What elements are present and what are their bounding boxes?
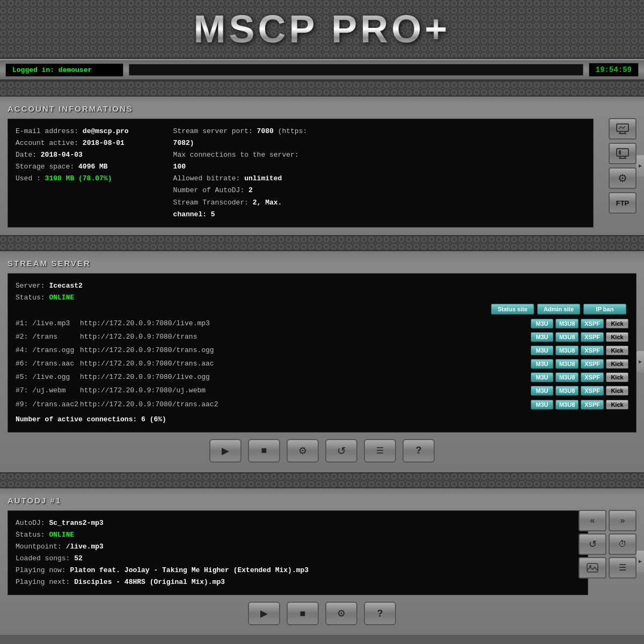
m3u-btn[interactable]: M3U xyxy=(531,372,553,382)
m3u8-btn[interactable]: M3U8 xyxy=(555,359,579,369)
stream-stop-button[interactable]: ■ xyxy=(248,439,280,463)
xspf-btn[interactable]: XSPF xyxy=(581,346,604,355)
m3u8-btn[interactable]: M3U8 xyxy=(555,386,579,396)
kick-btn[interactable]: Kick xyxy=(606,332,628,342)
autodj-count-label: Number of AutoDJ: xyxy=(173,186,248,194)
autodj-refresh-button[interactable]: ↺ xyxy=(579,533,606,555)
autodj-image-button[interactable] xyxy=(579,557,606,579)
m3u-btn[interactable]: M3U xyxy=(531,386,553,396)
mount-url: http://172.20.0.9:7080/trans.aac xyxy=(80,358,531,370)
ftp-label: FTP xyxy=(616,199,630,207)
storage-value: 4096 MB xyxy=(78,163,108,171)
mount-id: #2: /trans xyxy=(16,331,80,343)
xspf-btn[interactable]: XSPF xyxy=(581,400,604,409)
kick-btn[interactable]: Kick xyxy=(606,400,628,409)
email-line: E-mail address: de@mscp.pro xyxy=(16,126,152,137)
display-icon xyxy=(616,148,629,159)
xspf-btn[interactable]: XSPF xyxy=(581,386,604,396)
autodj-help-icon: ? xyxy=(377,608,383,619)
display-button[interactable] xyxy=(609,143,636,164)
max-conn-line: Max connections to the server: 100 xyxy=(173,149,310,173)
m3u8-btn[interactable]: M3U8 xyxy=(555,346,579,355)
server-label: Server: xyxy=(16,282,49,290)
kick-btn[interactable]: Kick xyxy=(606,372,628,382)
stream-play-button[interactable]: ▶ xyxy=(209,439,241,463)
m3u-btn[interactable]: M3U xyxy=(531,346,553,355)
kick-btn[interactable]: Kick xyxy=(606,319,628,328)
admin-site-btn[interactable]: Admin site xyxy=(537,304,580,314)
autodj-list-icon: ☰ xyxy=(619,562,626,573)
autodj-loaded-label: Loaded songs: xyxy=(16,554,74,562)
stream-server-panel: STREAM SERVER Server: Icecast2 Status: O… xyxy=(0,251,644,472)
m3u-btn[interactable]: M3U xyxy=(531,332,553,342)
logo: MSCP PRO+ xyxy=(194,7,451,51)
m3u8-btn[interactable]: M3U8 xyxy=(555,400,579,409)
server-port-line: Stream server port: 7080 (https: 7082) xyxy=(173,126,310,149)
stream-scroll-indicator[interactable]: ▶ xyxy=(636,351,644,372)
table-row: #5: /live.ogg http://172.20.0.9:7080/liv… xyxy=(16,371,628,383)
account-content: E-mail address: de@mscp.pro Account acti… xyxy=(8,119,594,228)
autodj-control-bar: ▶ ■ ⚙ ? xyxy=(8,595,636,627)
clock: 19:54:59 xyxy=(589,63,639,77)
autodj-schedule-icon: ⏱ xyxy=(618,539,627,549)
autodj-list-button[interactable]: ☰ xyxy=(609,557,636,579)
https-label: (https: xyxy=(274,127,307,135)
autodj-count-line: Number of AutoDJ: 2 xyxy=(173,185,310,196)
status-site-btn[interactable]: Status site xyxy=(491,304,534,314)
monitor-icon xyxy=(616,123,629,134)
autodj-settings-button[interactable]: ⚙ xyxy=(325,602,357,625)
autodj-name-line: AutoDJ: Sc_trans2-mp3 xyxy=(16,517,580,529)
autodj-name-label: AutoDJ: xyxy=(16,519,49,527)
autodj-schedule-button[interactable]: ⏱ xyxy=(609,533,636,555)
ip-ban-btn[interactable]: IP ban xyxy=(583,304,626,314)
xspf-btn[interactable]: XSPF xyxy=(581,319,604,328)
date-label: Date: xyxy=(16,151,41,159)
scroll-indicator[interactable]: ▶ xyxy=(636,155,644,177)
stream-refresh-button[interactable]: ↺ xyxy=(325,439,357,463)
account-right-buttons: ⚙ FTP xyxy=(609,118,636,214)
m3u-btn[interactable]: M3U xyxy=(531,359,553,369)
kick-btn[interactable]: Kick xyxy=(606,359,628,369)
m3u8-btn[interactable]: M3U8 xyxy=(555,319,579,328)
autodj-status-value: ONLINE xyxy=(49,531,74,539)
server-line: Server: Icecast2 xyxy=(16,280,628,292)
settings-button[interactable]: ⚙ xyxy=(609,167,636,189)
autodj-next-button[interactable]: » xyxy=(609,510,636,531)
kick-btn[interactable]: Kick xyxy=(606,346,628,355)
m3u-btn[interactable]: M3U xyxy=(531,400,553,409)
used-label: Used : xyxy=(16,174,45,182)
autodj-status-label: Status: xyxy=(16,531,49,539)
autodj-help-button[interactable]: ? xyxy=(364,602,396,625)
autodj-stop-button[interactable]: ■ xyxy=(287,602,319,625)
mount-buttons: M3U M3U8 XSPF Kick xyxy=(531,332,628,342)
mount-id: #7: /uj.webm xyxy=(16,385,80,397)
email-label: E-mail address: xyxy=(16,127,83,135)
xspf-btn[interactable]: XSPF xyxy=(581,332,604,342)
stream-settings-button[interactable]: ⚙ xyxy=(287,439,319,463)
kick-btn[interactable]: Kick xyxy=(606,386,628,396)
autodj-loaded-value: 52 xyxy=(74,554,83,562)
mount-buttons: M3U M3U8 XSPF Kick xyxy=(531,319,628,328)
account-panel: ACCOUNT INFORMATIONS E-mail address: de@… xyxy=(0,97,644,235)
autodj-scroll-indicator[interactable]: ▶ xyxy=(636,551,644,572)
m3u8-btn[interactable]: M3U8 xyxy=(555,332,579,342)
gear-icon: ⚙ xyxy=(618,172,627,185)
xspf-btn[interactable]: XSPF xyxy=(581,359,604,369)
progress-bar xyxy=(129,64,583,76)
m3u-btn[interactable]: M3U xyxy=(531,319,553,328)
storage-label: Storage space: xyxy=(16,163,78,171)
autodj-stop-icon: ■ xyxy=(300,608,306,619)
stream-log-button[interactable]: ☰ xyxy=(364,439,396,463)
active-label: Account active: xyxy=(16,139,83,147)
monitor-button[interactable] xyxy=(609,118,636,140)
autodj-playing-next-value: Disciples - 48HRS (Original Mix).mp3 xyxy=(74,578,225,586)
stream-help-button[interactable]: ? xyxy=(402,439,435,463)
ftp-button[interactable]: FTP xyxy=(609,192,636,214)
autodj-prev-button[interactable]: « xyxy=(579,510,606,531)
xspf-btn[interactable]: XSPF xyxy=(581,372,604,382)
mount-url: http://172.20.0.9:7080/trans.ogg xyxy=(80,345,531,356)
autodj-mountpoint-value: /live.mp3 xyxy=(66,543,104,551)
autodj-play-button[interactable]: ▶ xyxy=(248,602,280,625)
svg-rect-9 xyxy=(587,564,598,572)
m3u8-btn[interactable]: M3U8 xyxy=(555,372,579,382)
